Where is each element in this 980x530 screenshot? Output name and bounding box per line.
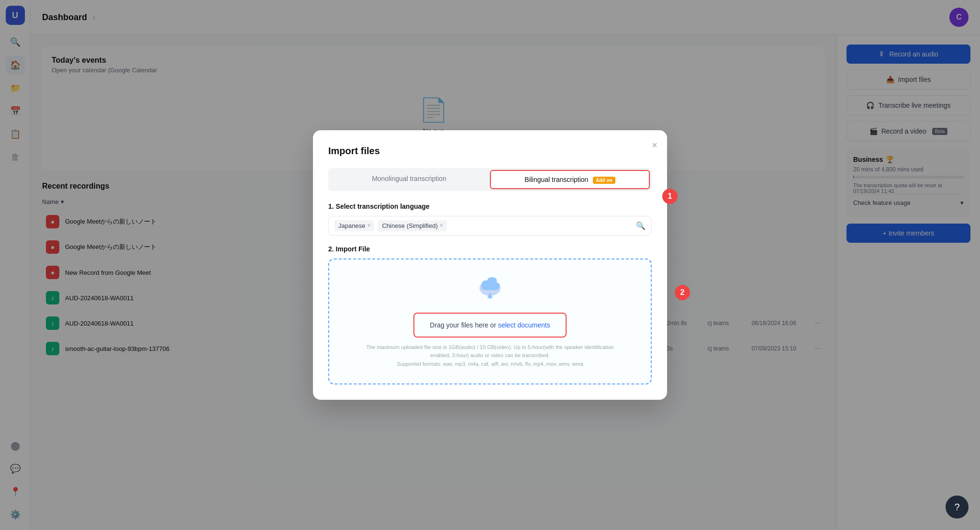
step2-label: 2. Import File xyxy=(328,245,652,253)
remove-language-button[interactable]: × xyxy=(440,222,443,229)
modal-tabs: Monolingual transcription Bilingual tran… xyxy=(328,168,652,191)
modal-overlay[interactable]: Import files × Monolingual transcription… xyxy=(0,0,980,530)
modal-title: Import files xyxy=(328,146,652,157)
drag-target-box[interactable]: Drag your files here or select documents xyxy=(413,313,566,338)
drop-info: The maximum uploaded file size is 1GB(au… xyxy=(366,343,613,369)
language-search-icon[interactable]: 🔍 xyxy=(636,221,646,230)
import-modal: Import files × Monolingual transcription… xyxy=(313,130,667,400)
drag-text: Drag your files here or xyxy=(430,321,496,329)
remove-language-button[interactable]: × xyxy=(367,222,370,229)
language-selector: Japanese × Chinese (Simplified) × 🔍 xyxy=(328,216,652,236)
select-documents-link[interactable]: select documents xyxy=(498,321,550,329)
modal-close-button[interactable]: × xyxy=(652,140,657,151)
step1-label: 1. Select transcription language xyxy=(328,203,652,210)
svg-rect-2 xyxy=(489,293,491,299)
lang-label: Japanese xyxy=(338,222,365,229)
lang-tag-japanese[interactable]: Japanese × xyxy=(334,220,374,231)
lang-tag-chinese[interactable]: Chinese (Simplified) × xyxy=(378,220,446,231)
step-1-badge: 1 xyxy=(662,189,678,204)
help-button[interactable]: ? xyxy=(946,496,969,519)
tab-monolingual[interactable]: Monolingual transcription xyxy=(330,170,488,189)
lang-label: Chinese (Simplified) xyxy=(382,222,437,229)
tab-bilingual[interactable]: Bilingual transcription Add on xyxy=(490,170,650,189)
addon-badge: Add on xyxy=(593,177,615,184)
drop-zone[interactable]: Drag your files here or select documents… xyxy=(328,259,652,385)
upload-cloud-icon xyxy=(476,275,504,307)
step-2-badge: 2 xyxy=(675,285,690,300)
